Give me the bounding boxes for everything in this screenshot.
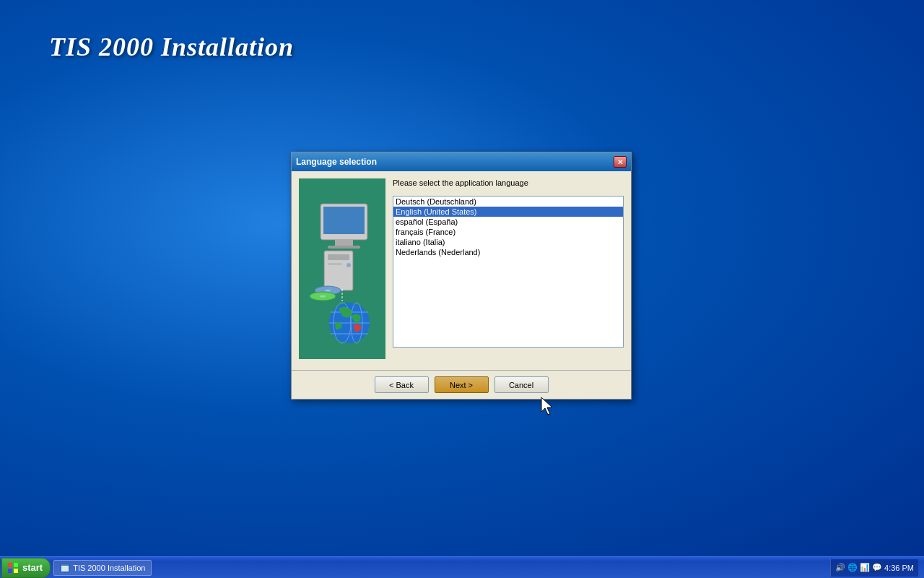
dialog-buttons: < Back Next > Cancel	[292, 371, 631, 399]
start-label: start	[22, 562, 43, 573]
language-item-en[interactable]: English (United States)	[393, 207, 623, 217]
svg-rect-5	[328, 254, 349, 260]
svg-rect-3	[328, 246, 360, 249]
dialog-image-panel	[299, 178, 385, 359]
language-item-de[interactable]: Deutsch (Deutschland)	[393, 197, 623, 207]
language-listbox[interactable]: Deutsch (Deutschland)English (United Sta…	[393, 196, 624, 348]
dialog-title: Language selection	[296, 157, 377, 167]
svg-point-9	[325, 290, 331, 292]
start-button[interactable]: start	[1, 558, 51, 578]
windows-logo-icon	[6, 561, 19, 574]
language-item-it[interactable]: italiano (Italia)	[393, 237, 623, 247]
dialog-titlebar: Language selection ✕	[292, 152, 631, 171]
svg-point-11	[320, 296, 326, 298]
svg-point-6	[346, 263, 351, 267]
dialog-right-panel: Please select the application language D…	[393, 178, 624, 359]
taskbar-right: 🔊 🌐 📊 💬 4:36 PM	[830, 559, 924, 577]
tray-icon-1: 🔊	[835, 563, 845, 572]
dialog-content: Please select the application language D…	[292, 171, 631, 366]
svg-rect-20	[14, 563, 18, 567]
svg-rect-7	[328, 263, 342, 265]
svg-rect-21	[8, 569, 12, 573]
taskbar: start TIS 2000 Installation 🔊 🌐 📊 💬 4:36…	[0, 556, 924, 578]
tray-icon-3: 📊	[860, 563, 870, 572]
svg-rect-2	[335, 240, 353, 246]
tray-icon-2: 🌐	[847, 563, 858, 572]
language-dialog: Language selection ✕	[291, 152, 632, 400]
language-item-fr[interactable]: français (France)	[393, 227, 623, 237]
taskbar-window-icon	[60, 563, 70, 573]
system-tray: 🔊 🌐 📊 💬 4:36 PM	[830, 559, 918, 577]
language-item-es[interactable]: español (España)	[393, 217, 623, 227]
installation-illustration	[302, 182, 382, 355]
language-item-nl[interactable]: Nederlands (Nederland)	[393, 247, 623, 257]
dialog-close-button[interactable]: ✕	[614, 156, 627, 168]
svg-rect-24	[61, 566, 69, 571]
back-button[interactable]: < Back	[375, 376, 429, 393]
tray-icon-4: 💬	[872, 563, 882, 572]
taskbar-active-window[interactable]: TIS 2000 Installation	[53, 560, 152, 576]
app-title: TIS 2000 Installation	[49, 32, 294, 62]
svg-rect-19	[8, 563, 12, 567]
svg-rect-1	[323, 207, 365, 234]
taskbar-window-label: TIS 2000 Installation	[73, 564, 145, 572]
dialog-instruction: Please select the application language	[393, 178, 624, 187]
cancel-button[interactable]: Cancel	[494, 376, 549, 393]
clock: 4:36 PM	[884, 564, 914, 572]
svg-rect-22	[14, 569, 18, 573]
next-button[interactable]: Next >	[435, 376, 489, 393]
